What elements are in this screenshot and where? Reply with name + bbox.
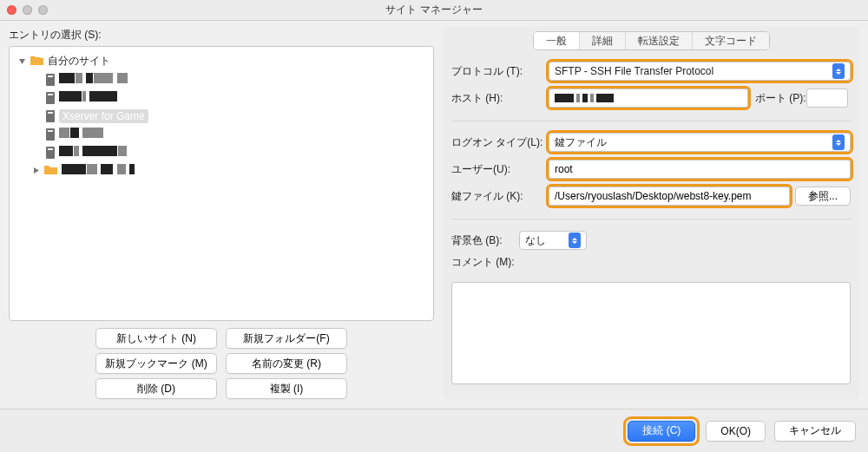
protocol-select[interactable]: SFTP - SSH File Transfer Protocol — [549, 62, 851, 81]
chevron-down-icon[interactable] — [18, 57, 26, 65]
site-tree[interactable]: 自分のサイト Xserver for Game — [9, 46, 434, 321]
separator — [451, 121, 851, 121]
tree-item[interactable] — [13, 70, 430, 88]
server-icon — [46, 147, 55, 159]
titlebar: サイト マネージャー — [0, 0, 868, 21]
tab-charset[interactable]: 文字コード — [693, 32, 769, 49]
general-form: プロトコル (T): SFTP - SSH File Transfer Prot… — [451, 59, 851, 387]
tree-item-selected[interactable]: Xserver for Game — [13, 107, 430, 125]
tab-advanced[interactable]: 詳細 — [580, 32, 626, 49]
new-folder-button[interactable]: 新規フォルダー(F) — [226, 328, 347, 349]
logon-row: ログオン タイプ(L): 鍵ファイル — [451, 130, 851, 154]
separator — [451, 219, 851, 219]
logon-type-select[interactable]: 鍵ファイル — [549, 133, 851, 152]
user-label: ユーザー(U): — [451, 162, 549, 177]
ok-button[interactable]: OK(O) — [706, 421, 766, 442]
port-label: ポート (P): — [755, 91, 806, 106]
settings-tabs: 一般 詳細 転送設定 文字コード — [533, 31, 770, 50]
select-arrows-icon — [832, 134, 845, 150]
logon-type-value: 鍵ファイル — [555, 135, 607, 150]
port-input[interactable] — [806, 88, 848, 108]
folder-icon — [30, 55, 43, 68]
new-site-button[interactable]: 新しいサイト (N) — [95, 328, 217, 349]
tree-item-label — [59, 73, 128, 86]
tree-item-label — [59, 146, 128, 159]
tree-item-label — [59, 91, 118, 104]
connect-highlight: 接続 (C) — [626, 419, 697, 443]
protocol-value: SFTP - SSH File Transfer Protocol — [555, 65, 713, 77]
user-input[interactable] — [549, 160, 851, 179]
window-title: サイト マネージャー — [0, 3, 868, 17]
host-input[interactable] — [549, 88, 748, 108]
bgcolor-row: 背景色 (B): なし — [451, 228, 851, 252]
tree-item[interactable] — [13, 125, 430, 143]
comment-label: コメント (M): — [451, 255, 851, 270]
keyfile-row: 鍵ファイル (K): 参照... — [451, 184, 851, 208]
new-bookmark-button[interactable]: 新規ブックマーク (M) — [95, 353, 217, 374]
duplicate-button[interactable]: 複製 (I) — [226, 378, 347, 399]
main-area: エントリの選択 (S): 自分のサイト — [0, 21, 868, 399]
tree-item-label: Xserver for Game — [59, 109, 148, 123]
right-pane: 一般 詳細 転送設定 文字コード プロトコル (T): SFTP - SSH F… — [443, 26, 859, 399]
tree-item[interactable] — [13, 88, 430, 107]
rename-button[interactable]: 名前の変更 (R) — [226, 353, 347, 374]
protocol-row: プロトコル (T): SFTP - SSH File Transfer Prot… — [451, 59, 851, 83]
server-icon — [46, 74, 55, 86]
host-label: ホスト (H): — [451, 91, 549, 106]
server-icon — [46, 128, 55, 141]
server-icon — [46, 92, 55, 104]
delete-button[interactable]: 削除 (D) — [95, 378, 217, 399]
user-row: ユーザー(U): — [451, 157, 851, 181]
dialog-footer: 接続 (C) OK(O) キャンセル — [0, 409, 868, 452]
comment-row: コメント (M): — [451, 255, 851, 279]
browse-button[interactable]: 参照... — [795, 187, 851, 206]
tree-folder-row[interactable] — [13, 161, 430, 180]
left-pane: エントリの選択 (S): 自分のサイト — [9, 26, 434, 399]
keyfile-label: 鍵ファイル (K): — [451, 189, 549, 204]
bgcolor-select[interactable]: なし — [519, 231, 587, 250]
folder-icon — [44, 164, 57, 177]
keyfile-input[interactable] — [549, 187, 790, 206]
select-arrows-icon — [569, 233, 581, 248]
tab-transfer[interactable]: 転送設定 — [626, 32, 693, 49]
host-row: ホスト (H): ポート (P): — [451, 86, 851, 110]
svg-marker-0 — [19, 59, 25, 64]
tree-item-label — [59, 128, 104, 141]
comment-textarea[interactable] — [451, 282, 851, 384]
svg-marker-1 — [34, 167, 39, 174]
cancel-button[interactable]: キャンセル — [774, 421, 856, 442]
protocol-label: プロトコル (T): — [451, 64, 549, 79]
bgcolor-value: なし — [525, 233, 546, 248]
tree-root-label: 自分のサイト — [48, 54, 110, 69]
site-action-buttons: 新しいサイト (N) 新規フォルダー(F) 新規ブックマーク (M) 名前の変更… — [9, 328, 434, 399]
bgcolor-label: 背景色 (B): — [451, 233, 519, 248]
chevron-right-icon[interactable] — [32, 167, 40, 174]
tab-general[interactable]: 一般 — [534, 32, 580, 49]
entry-select-label: エントリの選択 (S): — [9, 28, 434, 43]
tree-root-row[interactable]: 自分のサイト — [13, 52, 430, 70]
logon-type-label: ログオン タイプ(L): — [451, 135, 549, 150]
connect-button[interactable]: 接続 (C) — [628, 421, 695, 442]
tree-item[interactable] — [13, 143, 430, 161]
select-arrows-icon — [832, 63, 845, 79]
server-icon — [46, 110, 55, 122]
tree-item-label — [62, 164, 135, 177]
